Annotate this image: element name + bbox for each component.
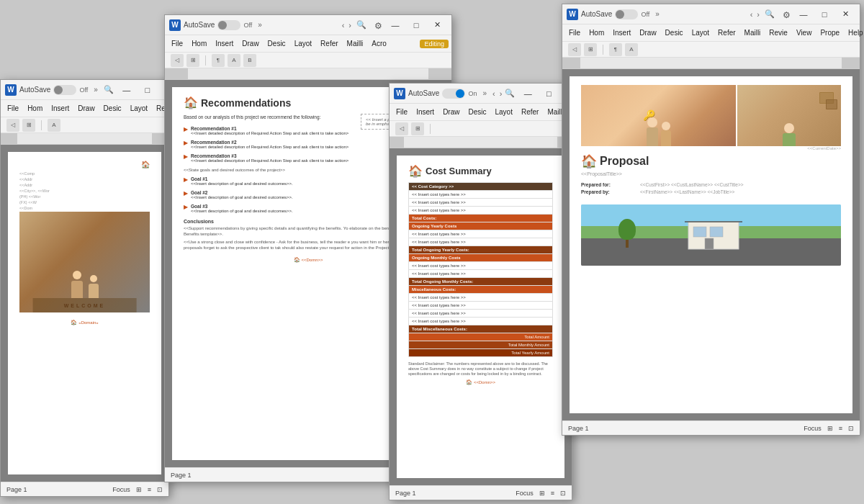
menu-mailing-2[interactable]: Mailli — [343, 38, 367, 49]
menu-draw-2[interactable]: Draw — [238, 38, 262, 49]
minimize-btn-3[interactable]: — — [518, 84, 538, 104]
menu-desig-2[interactable]: Desic — [264, 38, 289, 49]
minimize-btn-1[interactable]: — — [117, 80, 137, 100]
menu-draw-4[interactable]: Draw — [636, 27, 660, 38]
menu-mailing-4[interactable]: Mailli — [741, 27, 765, 38]
menu-file-1[interactable]: File — [4, 103, 22, 114]
menu-layout-4[interactable]: Layot — [688, 27, 713, 38]
menu-home-1[interactable]: Hom — [24, 103, 46, 114]
menu-insert-3[interactable]: Insert — [413, 107, 438, 117]
chevron-right-icon-2[interactable]: › — [348, 21, 351, 30]
word-window-3[interactable]: W AutoSave On » ‹ › 🔍 — □ ✕ File Insert … — [389, 83, 572, 500]
prepared-by-value: <<FirstName>> <<LastName>> <<JobTitle>> — [640, 189, 841, 194]
ribbon-layout-3[interactable]: ⊞ — [411, 122, 424, 135]
view-read-4[interactable]: ⊡ — [848, 425, 854, 432]
word-window-1[interactable]: W AutoSave Off » 🔍 — □ ✕ File Hom Insert… — [0, 79, 169, 497]
ruler-3 — [390, 137, 572, 148]
menu-insert-1[interactable]: Insert — [48, 103, 73, 114]
minimize-btn-4[interactable]: — — [793, 4, 814, 24]
menu-review-4[interactable]: Revie — [765, 27, 791, 38]
maximize-btn-2[interactable]: □ — [406, 15, 426, 35]
menu-bar-2: File Hom Insert Draw Desic Layot Refer M… — [165, 35, 451, 53]
search-icon-2[interactable]: 🔍 — [356, 20, 366, 30]
word-window-4[interactable]: W AutoSave Off » ‹ › 🔍 ⚙ — □ ✕ File Hom … — [562, 4, 860, 436]
menu-layout-1[interactable]: Layot — [127, 103, 151, 114]
menu-refer-4[interactable]: Refer — [714, 27, 739, 38]
chevron-left-icon-3[interactable]: ‹ — [492, 89, 495, 98]
search-icon-3[interactable]: 🔍 — [505, 89, 515, 98]
menu-desig-4[interactable]: Desic — [662, 27, 687, 38]
chevron-left-icon-2[interactable]: ‹ — [342, 21, 345, 30]
view-print-3[interactable]: ⊞ — [539, 490, 545, 497]
prepared-for-field: Prepared for: <<CustFirst>> <<CustLastNa… — [581, 182, 841, 187]
view-print-4[interactable]: ⊞ — [827, 425, 833, 432]
maximize-btn-1[interactable]: □ — [138, 80, 158, 100]
ribbon-style-2[interactable]: A — [228, 54, 240, 67]
menu-layout-2[interactable]: Layot — [291, 38, 315, 49]
ribbon-icon-3: A — [48, 119, 60, 132]
menu-file-3[interactable]: File — [392, 107, 411, 117]
cost-summary-total: Total Amount — [409, 333, 553, 341]
autosave-toggle-2[interactable] — [217, 20, 240, 30]
focus-label-1[interactable]: Focus — [112, 486, 130, 493]
close-btn-4[interactable]: ✕ — [835, 4, 855, 24]
menu-insert-2[interactable]: Insert — [212, 38, 237, 49]
expand-arrows-4: » — [652, 10, 662, 18]
title-bar-4: W AutoSave Off » ‹ › 🔍 ⚙ — □ ✕ — [562, 4, 860, 24]
menu-draw-3[interactable]: Draw — [439, 107, 463, 117]
ribbon-back-4[interactable]: ◁ — [568, 43, 581, 56]
autosave-toggle-1[interactable] — [53, 85, 76, 95]
menu-file-2[interactable]: File — [168, 38, 186, 49]
menu-layout-3[interactable]: Layot — [492, 107, 516, 117]
page-indicator-2: Page 1 — [171, 472, 192, 479]
view-read-3[interactable]: ⊡ — [560, 490, 566, 497]
ribbon-para-2[interactable]: ¶ — [212, 54, 225, 67]
autosave-toggle-4[interactable] — [615, 9, 638, 19]
svg-rect-3 — [705, 238, 714, 249]
menu-desig-3[interactable]: Desic — [464, 107, 490, 117]
ribbon-back-2[interactable]: ◁ — [171, 54, 184, 67]
view-web-4[interactable]: ≡ — [839, 425, 842, 432]
view-web-3[interactable]: ≡ — [551, 490, 554, 497]
minimize-btn-2[interactable]: — — [385, 15, 405, 35]
cost-summary-monthly: Total Monthly Amount — [409, 341, 553, 349]
rec-item-title-3: Recommendation #3 — [191, 153, 348, 158]
settings-icon-2[interactable]: ⚙ — [374, 21, 382, 31]
menu-refer-3[interactable]: Refer — [518, 107, 542, 117]
menu-insert-4[interactable]: Insert — [609, 27, 634, 38]
menu-draw-1[interactable]: Draw — [74, 103, 98, 114]
menu-view-4[interactable]: View — [793, 27, 816, 38]
view-web-1[interactable]: ≡ — [148, 486, 151, 493]
ribbon-layout-4[interactable]: ⊞ — [584, 43, 597, 56]
search-icon-1[interactable]: 🔍 — [104, 85, 114, 94]
ribbon-layout-2[interactable]: ⊞ — [186, 54, 199, 67]
ribbon-para-4[interactable]: ¶ — [609, 43, 622, 56]
autosave-toggle-3[interactable] — [442, 89, 465, 99]
doc-content-3: 🏠 Cost Summary << Cost Category >> << In… — [390, 148, 572, 485]
chevron-left-icon-4[interactable]: ‹ — [750, 10, 753, 19]
ribbon-style-4[interactable]: A — [625, 43, 638, 56]
view-print-1[interactable]: ⊞ — [136, 486, 142, 493]
maximize-btn-4[interactable]: □ — [814, 4, 834, 24]
focus-label-3[interactable]: Focus — [516, 490, 534, 497]
menu-prop-4[interactable]: Prope — [816, 27, 843, 38]
menu-home-4[interactable]: Hom — [585, 27, 608, 38]
search-icon-4[interactable]: 🔍 — [765, 9, 775, 19]
maximize-btn-3[interactable]: □ — [539, 84, 559, 104]
focus-label-4[interactable]: Focus — [804, 425, 822, 432]
ribbon-bold-2[interactable]: B — [243, 54, 256, 67]
menu-file-4[interactable]: File — [565, 27, 584, 38]
menu-review-2[interactable]: Acro — [368, 38, 390, 49]
menu-refer-2[interactable]: Refer — [317, 38, 341, 49]
menu-home-2[interactable]: Hom — [188, 38, 210, 49]
settings-icon-4[interactable]: ⚙ — [783, 10, 791, 20]
chevron-right-icon-4[interactable]: › — [757, 10, 760, 19]
goal-title-1: Goal #1 — [191, 176, 293, 181]
ribbon-back-3[interactable]: ◁ — [395, 122, 408, 135]
placeholder-addr1: <<Addr — [19, 177, 150, 181]
chevron-right-icon-3[interactable]: › — [500, 89, 503, 98]
menu-help-4[interactable]: Help — [845, 27, 864, 38]
close-btn-2[interactable]: ✕ — [427, 15, 447, 35]
menu-desig-1[interactable]: Desic — [100, 103, 125, 114]
view-read-1[interactable]: ⊡ — [157, 486, 163, 493]
